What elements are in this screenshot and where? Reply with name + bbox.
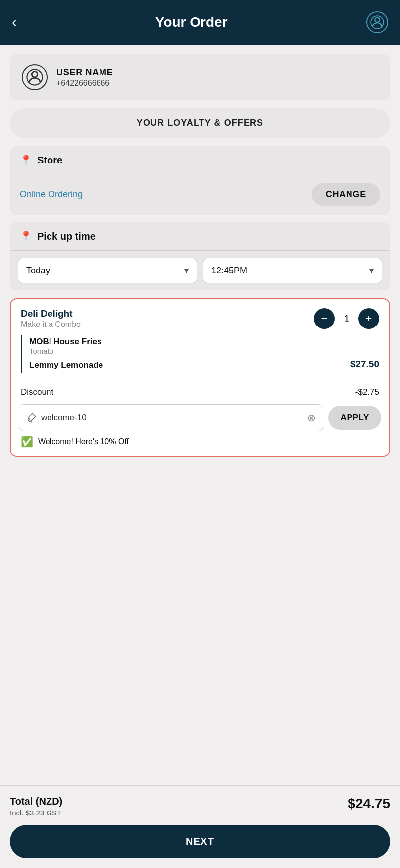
- user-avatar-icon: [22, 64, 48, 90]
- next-button[interactable]: NEXT: [10, 825, 390, 858]
- store-header: 📍 Store: [10, 146, 390, 174]
- loyalty-button[interactable]: YOUR LOYALTY & OFFERS: [10, 108, 390, 138]
- combo-item-2-row: Lemmy Lemonade $27.50: [29, 355, 379, 373]
- coupon-clear-icon[interactable]: ⊗: [307, 412, 316, 424]
- combo-item-1-sub: Tomato: [29, 347, 379, 355]
- ordering-type: Online Ordering: [20, 189, 83, 200]
- coupon-success-row: ✅ Welcome! Here's 10% Off: [11, 436, 389, 456]
- coupon-input[interactable]: [41, 413, 302, 423]
- pickup-icon: 📍: [20, 230, 32, 242]
- pickup-selects: Today ▾ 12:45PM ▾: [10, 251, 390, 290]
- coupon-success-icon: ✅: [21, 436, 33, 448]
- time-chevron-icon: ▾: [369, 265, 374, 276]
- pickup-section: 📍 Pick up time Today ▾ 12:45PM ▾: [10, 222, 390, 290]
- user-phone: +64226666666: [56, 79, 113, 88]
- svg-point-2: [32, 72, 37, 77]
- total-label: Total (NZD): [10, 796, 62, 807]
- quantity-controls: − 1 +: [314, 308, 379, 329]
- pickup-header: 📍 Pick up time: [10, 222, 390, 251]
- total-row: Total (NZD) Incl. $3.23 GST $24.75: [10, 796, 390, 825]
- user-info: USER NAME +64226666666: [56, 67, 113, 88]
- svg-point-0: [375, 18, 379, 22]
- order-item-info: Deli Delight Make it a Combo: [21, 308, 81, 329]
- order-divider: [21, 380, 379, 380]
- discount-label: Discount: [21, 387, 53, 397]
- day-chevron-icon: ▾: [184, 265, 189, 276]
- page-title: Your Order: [155, 14, 228, 30]
- store-label: Store: [37, 155, 62, 166]
- order-section: Deli Delight Make it a Combo − 1 + MOBI …: [10, 298, 390, 457]
- header: ‹ Your Order: [0, 0, 400, 45]
- footer: Total (NZD) Incl. $3.23 GST $24.75 NEXT: [0, 785, 400, 868]
- coupon-tag-icon: 🏷: [24, 410, 39, 425]
- discount-value: -$2.75: [355, 387, 379, 397]
- decrease-quantity-button[interactable]: −: [314, 308, 335, 329]
- day-value: Today: [26, 266, 50, 276]
- time-select[interactable]: 12:45PM ▾: [203, 258, 382, 283]
- combo-item-1-name: MOBI House Fries: [29, 335, 379, 347]
- back-button[interactable]: ‹: [12, 14, 16, 30]
- coupon-success-text: Welcome! Here's 10% Off: [38, 437, 129, 446]
- combo-items: MOBI House Fries Tomato Lemmy Lemonade $…: [21, 335, 379, 373]
- increase-quantity-button[interactable]: +: [358, 308, 379, 329]
- quantity-value: 1: [342, 313, 351, 325]
- order-item-header: Deli Delight Make it a Combo − 1 +: [11, 299, 389, 331]
- avatar-button[interactable]: [366, 11, 388, 33]
- user-card: USER NAME +64226666666: [10, 54, 390, 100]
- total-amount: $24.75: [348, 796, 390, 812]
- day-select[interactable]: Today ▾: [18, 258, 197, 283]
- combo-item-2-name: Lemmy Lemonade: [29, 358, 103, 370]
- store-body: Online Ordering CHANGE: [10, 174, 390, 215]
- time-value: 12:45PM: [211, 266, 247, 276]
- order-item-title: Deli Delight: [21, 308, 81, 319]
- item-price: $27.50: [350, 359, 379, 370]
- order-item-subtitle: Make it a Combo: [21, 320, 81, 329]
- store-section: 📍 Store Online Ordering CHANGE: [10, 146, 390, 215]
- total-label-group: Total (NZD) Incl. $3.23 GST: [10, 796, 62, 817]
- change-store-button[interactable]: CHANGE: [312, 183, 380, 206]
- main-content: USER NAME +64226666666 YOUR LOYALTY & OF…: [0, 45, 400, 785]
- coupon-input-wrapper: 🏷 ⊗: [19, 404, 323, 431]
- location-icon: 📍: [20, 154, 32, 166]
- pickup-label: Pick up time: [37, 231, 96, 242]
- user-name: USER NAME: [56, 67, 113, 78]
- discount-row: Discount -$2.75: [11, 387, 389, 404]
- coupon-row: 🏷 ⊗ APPLY: [11, 404, 389, 436]
- apply-coupon-button[interactable]: APPLY: [328, 406, 381, 430]
- total-gst: Incl. $3.23 GST: [10, 809, 62, 817]
